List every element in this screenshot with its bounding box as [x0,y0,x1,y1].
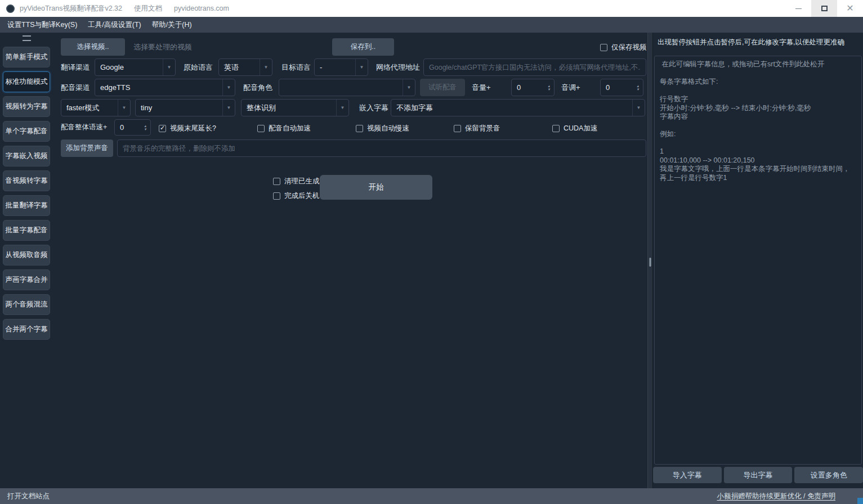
tts-channel-select[interactable]: edgeTTS ▼ [95,79,235,96]
dubbing-speed-spinner[interactable]: 0 ▴▾ [114,119,151,136]
menu-toggle-icon[interactable] [23,35,31,41]
only-save-video-checkbox[interactable]: 仅保存视频 [600,43,647,52]
select-video-button[interactable]: 选择视频.. [61,38,125,56]
start-button[interactable]: 开始 [320,175,432,200]
checkbox-box [356,125,363,132]
sidebar-item-batch-translate-srt[interactable]: 批量翻译字幕 [3,195,50,216]
proxy-input[interactable] [423,58,646,76]
splitter-handle[interactable] [650,258,651,267]
checkbox-keep-background-audio[interactable]: 保留背景音 [454,124,500,133]
window-title-doc-link: 使用文档 [134,4,162,14]
checkbox-clear-generated[interactable]: 清理已生成 [273,177,320,186]
window-title: pyVideoTrans视频翻译配音v2.32 [20,4,122,14]
target-language-label: 目标语言 [281,58,311,76]
tts-channel-label: 配音渠道 [61,79,90,96]
pitch-label: 音调+ [561,79,580,96]
app-logo-icon [6,4,15,13]
menubar: 设置TTS与翻译Key(S) 工具/高级设置(T) 帮助/关于(H) [0,17,863,33]
sidebar-item-video-to-srt[interactable]: 视频转为字幕 [3,96,50,117]
video-hint-text: 选择要处理的视频 [133,38,192,56]
sidebar-item-srt-embed-video[interactable]: 字幕嵌入视频 [3,146,50,166]
checkbox-dubbing-auto-speedup[interactable]: 配音自动加速 [257,124,311,133]
chevron-down-icon: ▼ [632,100,645,116]
subtitle-panel: 出现暂停按钮并点击暂停后,可在此修改字幕,以便处理更准确 在此可编辑字幕信息，或… [653,33,863,488]
voice-role-label: 配音角色 [243,79,272,96]
donate-link[interactable]: 小额捐赠帮助待续更新优化 / 免责声明 [717,492,835,501]
checkbox-box [257,125,265,132]
add-bgm-button[interactable]: 添加背景声音 [61,140,113,157]
set-multi-role-button[interactable]: 设置多角色 [794,467,863,483]
minimize-button[interactable] [785,0,811,17]
listen-dubbing-button[interactable]: 试听配音 [420,79,465,96]
close-icon: ✕ [846,4,853,13]
sidebar-item-av-srt-merge[interactable]: 声画字幕合并 [3,269,50,290]
titlebar: pyVideoTrans视频翻译配音v2.32 使用文档 pyvideotran… [0,0,863,17]
subtitle-buttons: 导入字幕 导出字幕 设置多角色 [653,467,863,483]
menu-item-help[interactable]: 帮助/关于(H) [152,20,192,30]
checkbox-cuda-accel[interactable]: CUDA加速 [552,124,597,133]
chevron-down-icon: ▼ [118,100,130,116]
chevron-down-icon: ▼ [355,59,368,75]
subtitle-editor[interactable]: 在此可编辑字幕信息，或拖动已有srt文件到此处松开 每条字幕格式如下: 行号数字… [654,56,862,465]
checkbox-box [552,125,560,132]
spinner-arrows-icon[interactable]: ▴▾ [633,79,643,96]
maximize-icon [821,6,828,11]
export-subtitle-button[interactable]: 导出字幕 [724,467,793,483]
chevron-down-icon: ▼ [222,100,235,116]
close-button[interactable]: ✕ [837,0,863,17]
sidebar-item-merge-two-srt[interactable]: 合并两个字幕 [3,319,50,340]
sidebar-item-simple-mode[interactable]: 简单新手模式 [3,47,50,68]
minimize-icon [795,8,802,9]
chevron-down-icon: ▼ [336,100,348,116]
proxy-label: 网络代理地址 [376,58,420,76]
source-language-select[interactable]: 英语 ▼ [218,58,272,76]
subtitle-panel-hint: 出现暂停按钮并点击暂停后,可在此修改字幕,以便处理更准确 [658,38,862,47]
translate-channel-select[interactable]: Google ▼ [95,58,176,76]
chevron-down-icon: ▼ [222,79,235,96]
sidebar-item-av-to-srt[interactable]: 音视频转字幕 [3,170,50,191]
chevron-down-icon: ▼ [403,79,415,96]
sidebar-item-standard-mode[interactable]: 标准功能模式 [3,71,50,92]
sidebar-item-batch-srt-dubbing[interactable]: 批量字幕配音 [3,220,50,241]
embed-subtitle-label: 嵌入字幕 [359,99,388,116]
spinner-arrows-icon[interactable]: ▴▾ [140,120,150,135]
import-subtitle-button[interactable]: 导入字幕 [653,467,722,483]
save-to-button[interactable]: 保存到.. [332,38,394,56]
volume-spinner[interactable]: 0 ▴▾ [511,79,555,96]
app-window: pyVideoTrans视频翻译配音v2.32 使用文档 pyvideotran… [0,0,863,504]
chevron-down-icon: ▼ [260,59,272,75]
translate-channel-label: 翻译渠道 [61,58,90,76]
window-controls: ✕ [785,0,863,17]
pitch-spinner[interactable]: 0 ▴▾ [600,79,643,96]
statusbar: 打开文档站点 小额捐赠帮助待续更新优化 / 免责声明 [0,488,863,504]
checkbox-box [159,125,166,132]
source-language-label: 原始语言 [184,58,213,76]
sidebar-item-mix-two-audio[interactable]: 两个音频混流 [3,294,50,315]
embed-subtitle-select[interactable]: 不添加字幕 ▼ [391,99,645,116]
recognition-mode-select[interactable]: 整体识别 ▼ [241,99,349,116]
panel-splitter [647,33,653,488]
checkbox-box [454,125,461,132]
voice-role-select[interactable]: ▼ [279,79,415,96]
window-title-site: pyvideotrans.com [174,4,229,12]
sidebar-item-single-srt-dubbing[interactable]: 单个字幕配音 [3,121,50,142]
dubbing-speed-label: 配音整体语速+ [61,119,107,136]
sidebar: 简单新手模式 标准功能模式 视频转为字幕 单个字幕配音 字幕嵌入视频 音视频转字… [0,33,53,488]
menu-item-tts-key[interactable]: 设置TTS与翻译Key(S) [7,20,77,30]
volume-label: 音量+ [472,79,491,96]
checkbox-video-auto-slowdown[interactable]: 视频自动慢速 [356,124,409,133]
resize-grip[interactable] [857,498,863,504]
checkbox-shutdown-after[interactable]: 完成后关机 [273,191,320,200]
sidebar-item-extract-audio[interactable]: 从视频取音频 [3,245,50,266]
target-language-select[interactable]: - ▼ [314,58,368,76]
checkbox-video-tail-extend[interactable]: 视频末尾延长? [159,124,216,133]
bgm-path-input[interactable] [117,140,646,157]
model-name-select[interactable]: tiny ▼ [135,99,235,116]
menu-item-tools[interactable]: 工具/高级设置(T) [88,20,141,30]
status-open-docs: 打开文档站点 [7,492,50,501]
spinner-arrows-icon[interactable]: ▴▾ [544,79,554,96]
maximize-button[interactable] [811,0,837,17]
checkbox-box [273,178,280,185]
model-mode-select[interactable]: faster模式 ▼ [61,99,131,116]
checkbox-box [600,44,607,51]
